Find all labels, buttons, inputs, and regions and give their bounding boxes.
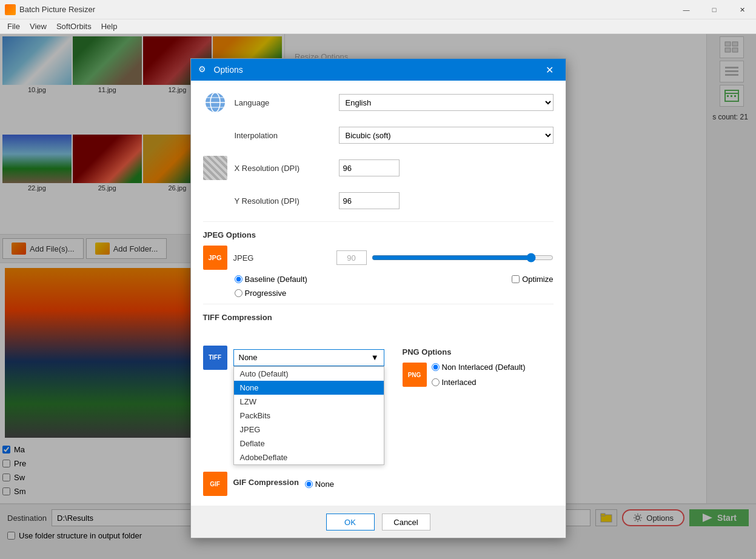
- png-non-interlaced-radio[interactable]: [432, 363, 440, 371]
- minimize-button[interactable]: —: [672, 0, 700, 19]
- tiff-option-auto[interactable]: Auto (Default): [234, 367, 384, 381]
- progressive-radio-row: Progressive: [235, 289, 554, 298]
- tiff-row: TIFF None ▼ Auto (Default) None LZW Pack…: [203, 328, 554, 387]
- dpi-icon: [203, 156, 227, 180]
- gif-none-radio[interactable]: [305, 480, 313, 488]
- modal-overlay: ⚙ Options ✕ Language English Russian Ger…: [0, 34, 756, 559]
- jpeg-section: JPEG Options JPG JPEG Baseline (Default): [203, 221, 554, 298]
- dialog-close-button[interactable]: ✕: [541, 61, 558, 78]
- dialog-body: Language English Russian German Interpol…: [191, 81, 566, 506]
- x-resolution-row: X Resolution (DPI): [203, 156, 554, 180]
- gif-none-label[interactable]: None: [305, 480, 334, 489]
- optimize-check-label[interactable]: Optimize: [512, 275, 553, 284]
- dialog-title-bar: ⚙ Options ✕: [191, 59, 566, 81]
- y-resolution-row: Y Resolution (DPI): [203, 189, 554, 213]
- jpeg-slider[interactable]: [372, 253, 554, 263]
- gif-section-header: GIF Compression: [233, 478, 299, 487]
- baseline-radio[interactable]: [235, 275, 243, 283]
- baseline-radio-label[interactable]: Baseline (Default): [235, 275, 307, 284]
- app-title: Batch Picture Resizer: [19, 5, 95, 14]
- tiff-section-header: TIFF Compression: [203, 313, 554, 322]
- y-resolution-label: Y Resolution (DPI): [235, 196, 332, 206]
- interpolation-select[interactable]: Bicubic (soft) Bicubic (sharp) Bilinear: [339, 127, 554, 144]
- jpeg-radio-row: Baseline (Default) Optimize: [235, 275, 554, 284]
- app-icon: [5, 4, 16, 15]
- jpeg-label: JPEG: [233, 253, 330, 263]
- window-controls: — □ ✕: [672, 0, 756, 19]
- menu-view[interactable]: View: [25, 21, 52, 32]
- png-section-header: PNG Options: [403, 347, 554, 356]
- language-icon: [203, 90, 227, 115]
- tiff-option-jpeg[interactable]: JPEG: [234, 423, 384, 437]
- interpolation-row: Interpolation Bicubic (soft) Bicubic (sh…: [203, 123, 554, 147]
- language-select[interactable]: English Russian German: [339, 94, 554, 111]
- interpolation-label: Interpolation: [235, 131, 332, 140]
- language-label: Language: [235, 98, 332, 107]
- jpeg-slider-row: JPG JPEG: [203, 246, 554, 270]
- dialog-footer: OK Cancel: [191, 506, 566, 538]
- dialog-gear-icon: ⚙: [198, 64, 209, 75]
- progressive-radio-label[interactable]: Progressive: [235, 289, 554, 298]
- maximize-button[interactable]: □: [700, 0, 728, 19]
- jpeg-slider-container: [336, 250, 554, 265]
- tiff-dropdown-container: None ▼ Auto (Default) None LZW PackBits …: [233, 349, 384, 366]
- tiff-option-lzw[interactable]: LZW: [234, 395, 384, 409]
- gif-icon: GIF: [203, 472, 227, 496]
- dialog-title: Options: [214, 65, 243, 75]
- png-interlaced-radio[interactable]: [432, 378, 440, 386]
- png-section: PNG Options PNG Non Interlaced (Default): [403, 345, 554, 387]
- progressive-radio[interactable]: [235, 289, 243, 297]
- optimize-checkbox[interactable]: [512, 275, 520, 283]
- tiff-dropdown-menu: Auto (Default) None LZW PackBits JPEG De…: [233, 366, 384, 465]
- menu-file[interactable]: File: [2, 21, 25, 32]
- png-icon: PNG: [403, 363, 427, 387]
- x-resolution-input[interactable]: [339, 159, 400, 176]
- ok-button[interactable]: OK: [326, 514, 375, 531]
- language-row: Language English Russian German: [203, 90, 554, 115]
- jpeg-section-header: JPEG Options: [203, 230, 554, 239]
- menu-softorbits[interactable]: SoftOrbits: [52, 21, 96, 32]
- png-interlaced-label[interactable]: Interlaced: [432, 378, 526, 387]
- options-dialog: ⚙ Options ✕ Language English Russian Ger…: [190, 58, 566, 538]
- x-resolution-label: X Resolution (DPI): [235, 164, 332, 173]
- menu-bar: File View SoftOrbits Help: [0, 19, 756, 34]
- tiff-option-packbits[interactable]: PackBits: [234, 409, 384, 423]
- tiff-option-none[interactable]: None: [234, 381, 384, 395]
- tiff-section: TIFF Compression TIFF None ▼ Auto (Defau…: [203, 304, 554, 387]
- close-button[interactable]: ✕: [728, 0, 756, 19]
- y-resolution-input[interactable]: [339, 192, 400, 209]
- tiff-option-deflate[interactable]: Deflate: [234, 437, 384, 450]
- tiff-dropdown-button[interactable]: None ▼: [233, 349, 384, 366]
- png-row: PNG Non Interlaced (Default) Interlaced: [403, 363, 554, 387]
- interpolation-icon-spacer: [203, 123, 227, 147]
- jpeg-value-input[interactable]: [336, 250, 367, 265]
- gif-row: GIF GIF Compression None: [203, 472, 554, 496]
- menu-help[interactable]: Help: [96, 21, 122, 32]
- png-radio-group: Non Interlaced (Default) Interlaced: [432, 363, 526, 387]
- cancel-button[interactable]: Cancel: [382, 514, 430, 531]
- jpg-icon: JPG: [203, 246, 227, 270]
- png-non-interlaced-label[interactable]: Non Interlaced (Default): [432, 363, 526, 372]
- title-bar: Batch Picture Resizer — □ ✕: [0, 0, 756, 19]
- tiff-option-adobedeflate[interactable]: AdobeDeflate: [234, 450, 384, 464]
- y-resolution-spacer: [203, 189, 227, 213]
- tiff-icon: TIFF: [203, 346, 227, 370]
